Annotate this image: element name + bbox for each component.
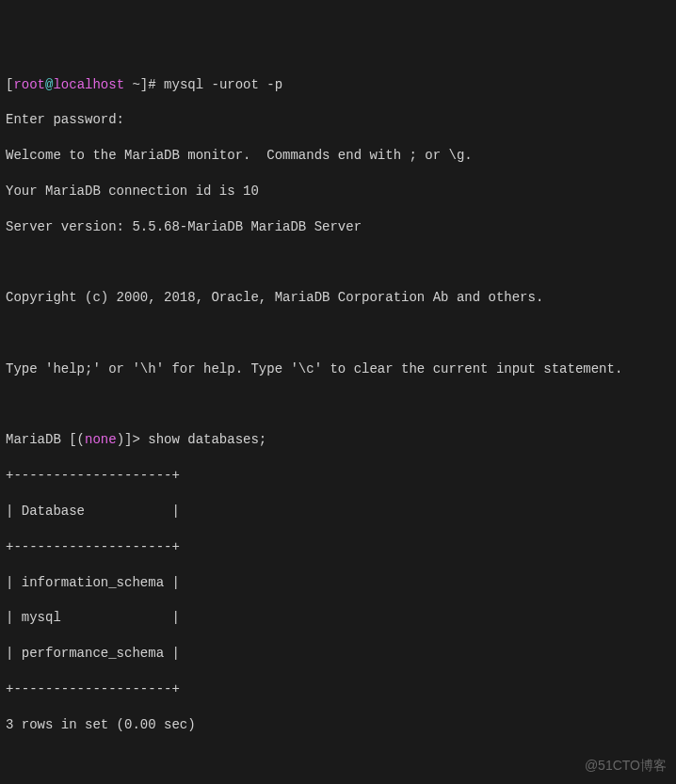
mariadb-prompt-post: )]> — [117, 432, 149, 447]
command-text[interactable]: show databases; — [148, 432, 266, 447]
prompt-user: root — [13, 77, 45, 92]
output-line: Server version: 5.5.68-MariaDB MariaDB S… — [6, 218, 670, 236]
mariadb-prompt-pre: MariaDB [( — [6, 432, 85, 447]
output-line: Welcome to the MariaDB monitor. Commands… — [6, 147, 670, 165]
prompt-path: ~ — [124, 77, 140, 92]
blank-line — [6, 751, 670, 769]
blank-line — [6, 396, 670, 414]
prompt-suffix: ]# — [140, 77, 164, 92]
output-line: Copyright (c) 2000, 2018, Oracle, MariaD… — [6, 289, 670, 307]
output-line: Type 'help;' or '\h' for help. Type '\c'… — [6, 360, 670, 378]
result-summary: 3 rows in set (0.00 sec) — [6, 716, 670, 734]
terminal-line: [root@localhost ~]# mysql -uroot -p — [6, 76, 670, 94]
table-header: | Database | — [6, 503, 670, 520]
table-row: | performance_schema | — [6, 645, 670, 663]
table-border: +--------------------+ — [6, 538, 670, 556]
mariadb-none: none — [85, 432, 117, 447]
blank-line — [6, 253, 670, 271]
watermark-text: @51CTO博客 — [585, 757, 667, 775]
table-border: +--------------------+ — [6, 467, 670, 485]
table-border: +--------------------+ — [6, 680, 670, 698]
prompt-host: localhost — [53, 77, 124, 92]
output-line: Enter password: — [6, 111, 670, 129]
table-row: | mysql | — [6, 609, 670, 627]
command-text[interactable]: mysql -uroot -p — [164, 77, 282, 92]
table-row: | information_schema | — [6, 574, 670, 592]
mariadb-prompt-line: MariaDB [(none)]> show databases; — [6, 431, 670, 449]
output-line: Your MariaDB connection id is 10 — [6, 183, 670, 200]
blank-line — [6, 325, 670, 343]
